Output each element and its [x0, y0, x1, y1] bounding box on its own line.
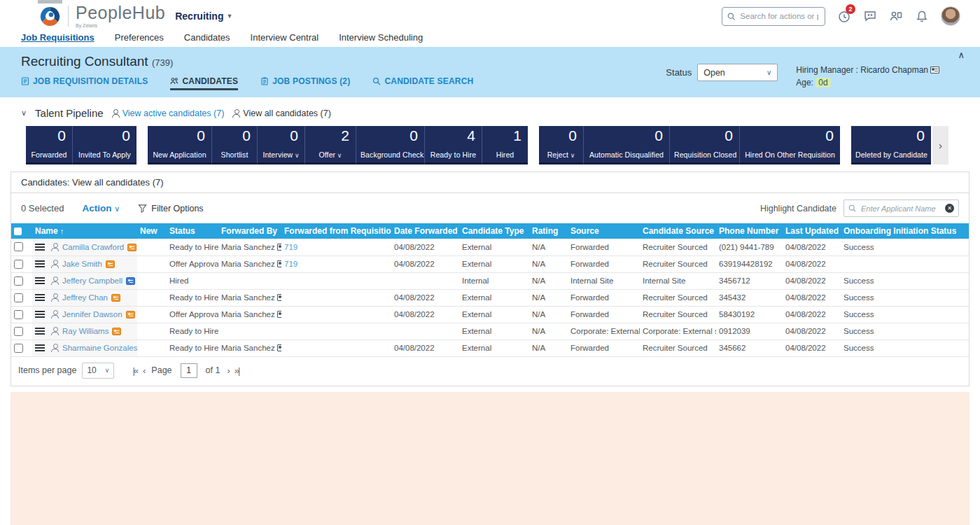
pipeline-stage-hired-on-other-requisition[interactable]: 0Hired On Other Requisition [740, 126, 840, 164]
cell-select[interactable] [11, 323, 32, 340]
candidate-card-icon[interactable] [126, 277, 135, 285]
pipeline-stage-reject[interactable]: 0Reject ∨ [539, 126, 584, 164]
action-menu-button[interactable]: Action ∨ [82, 203, 120, 214]
requisition-link[interactable]: 719 [284, 260, 298, 268]
previous-page-icon[interactable]: ‹ [143, 365, 144, 376]
status-select[interactable]: Open ∨ [697, 64, 778, 81]
view-active-candidates-link[interactable]: View active candidates (7) [112, 108, 225, 118]
highlight-candidate-search[interactable]: ✕ [844, 200, 959, 217]
nav-item-job-requisitions[interactable]: Job Requisitions [21, 32, 94, 43]
column-header-name[interactable]: Name ↑ [32, 223, 137, 239]
candidate-name-link[interactable]: Jake Smith [62, 260, 102, 268]
column-header-phone-number[interactable]: Phone Number [716, 223, 783, 239]
row-checkbox[interactable] [14, 276, 23, 286]
cell-select[interactable] [11, 306, 32, 323]
row-menu-icon[interactable] [35, 311, 45, 318]
candidate-card-icon[interactable] [111, 294, 120, 302]
row-menu-icon[interactable] [35, 244, 45, 251]
highlight-candidate-input[interactable] [860, 204, 941, 214]
row-checkbox[interactable] [14, 293, 23, 302]
pipeline-stage-invited-to-apply[interactable]: 0Invited To Apply [73, 126, 136, 164]
nav-item-interview-scheduling[interactable]: Interview Scheduling [339, 32, 423, 43]
column-header-last-updated[interactable]: Last Updated [783, 223, 841, 239]
pipeline-stage-forwarded[interactable]: 0Forwarded [26, 126, 73, 164]
candidate-name-link[interactable]: Sharmaine Gonzales [62, 344, 137, 352]
row-checkbox[interactable] [14, 260, 23, 269]
row-menu-icon[interactable] [35, 344, 45, 351]
row-checkbox[interactable] [14, 344, 23, 353]
cell-select[interactable] [11, 255, 32, 272]
select-all-checkbox[interactable] [14, 227, 22, 235]
global-search[interactable] [722, 7, 825, 26]
contact-card-icon[interactable] [930, 66, 939, 74]
contact-card-icon[interactable] [277, 294, 281, 301]
contact-card-icon[interactable] [277, 260, 281, 267]
nav-item-preferences[interactable]: Preferences [115, 32, 164, 43]
row-menu-icon[interactable] [35, 328, 45, 335]
pipeline-stage-new-application[interactable]: 0New Application [148, 126, 212, 164]
filter-options-button[interactable]: Filter Options [138, 204, 203, 214]
column-header-candidate-type[interactable]: Candidate Type [459, 223, 529, 239]
candidate-card-icon[interactable] [126, 311, 135, 318]
column-header-forwarded-from-requisition[interactable]: Forwarded from Requisition [281, 223, 391, 239]
column-header-forwarded-by[interactable]: Forwarded By [218, 223, 281, 239]
column-header-candidate-source[interactable]: Candidate Source [640, 223, 716, 239]
row-menu-icon[interactable] [35, 277, 45, 284]
pipeline-scroll-right-icon[interactable]: › [932, 126, 948, 164]
select-all-header[interactable] [11, 223, 32, 239]
tab-job-postings-2[interactable]: JOB POSTINGS (2) [260, 76, 350, 90]
people-directory-icon[interactable] [889, 9, 903, 23]
candidate-card-icon[interactable] [106, 260, 115, 268]
todo-clock-icon[interactable]: 2 [837, 9, 851, 23]
candidate-name-link[interactable]: Camilla Crawford [62, 243, 124, 251]
pipeline-stage-deleted-by-candidate[interactable]: 0Deleted by Candidate [851, 126, 931, 164]
column-header-new[interactable]: New [137, 223, 167, 239]
contact-card-icon[interactable] [277, 344, 281, 351]
column-header-onboarding-initiation-status[interactable]: Onboarding Initiation Status [841, 223, 969, 239]
column-header-status[interactable]: Status [167, 223, 218, 239]
cell-select[interactable] [11, 340, 32, 356]
row-menu-icon[interactable] [35, 260, 45, 267]
page-number-input[interactable] [181, 363, 197, 378]
pipeline-stage-interview[interactable]: 0Interview ∨ [258, 126, 305, 164]
candidate-card-icon[interactable] [112, 328, 121, 335]
pipeline-stage-shortlist[interactable]: 0Shortlist [212, 126, 258, 164]
row-menu-icon[interactable] [35, 294, 45, 301]
collapse-banner-icon[interactable]: ∧ [958, 50, 965, 60]
contact-card-icon[interactable] [277, 311, 281, 318]
pipeline-stage-background-check[interactable]: 0Background Check [356, 126, 425, 164]
requisition-link[interactable]: 719 [284, 243, 298, 251]
clear-icon[interactable]: ✕ [945, 204, 954, 213]
chevron-down-icon[interactable]: ∨ [21, 108, 27, 118]
user-avatar[interactable] [941, 6, 960, 26]
candidate-name-link[interactable]: Jeffrey Chan [62, 293, 108, 302]
next-page-icon[interactable]: › [227, 365, 228, 376]
candidate-name-link[interactable]: Ray Williams [62, 327, 108, 335]
cell-select[interactable] [11, 289, 32, 306]
row-checkbox[interactable] [14, 327, 23, 336]
pipeline-stage-requisition-closed[interactable]: 0Requisition Closed [670, 126, 740, 164]
pipeline-stage-offer[interactable]: 2Offer ∨ [305, 126, 356, 164]
first-page-icon[interactable]: |« [132, 365, 137, 376]
column-header-rating[interactable]: Rating [529, 223, 568, 239]
items-per-page-select[interactable]: 10 ∨ [82, 363, 114, 379]
column-header-source[interactable]: Source [568, 223, 640, 239]
pipeline-stage-hired[interactable]: 1Hired [482, 126, 528, 164]
cell-select[interactable] [11, 272, 32, 289]
nav-item-candidates[interactable]: Candidates [184, 32, 230, 43]
bell-icon[interactable] [915, 9, 929, 23]
tab-candidates[interactable]: CANDIDATES [170, 76, 238, 90]
nav-item-interview-central[interactable]: Interview Central [251, 32, 319, 43]
candidate-name-link[interactable]: Jennifer Dawson [62, 310, 122, 318]
pipeline-stage-automatic-disqualified[interactable]: 0Automatic Disqualified [584, 126, 670, 164]
column-header-date-forwarded[interactable]: Date Forwarded [391, 223, 459, 239]
pipeline-stage-ready-to-hire[interactable]: 4Ready to Hire [425, 126, 482, 164]
row-checkbox[interactable] [14, 310, 23, 319]
feedback-chat-icon[interactable] [863, 9, 877, 23]
contact-card-icon[interactable] [277, 244, 281, 251]
app-logo[interactable]: PeopleHub By Zelaris [39, 4, 165, 28]
module-switcher[interactable]: Recruiting ▼ [175, 10, 232, 22]
view-all-candidates-link[interactable]: View all candidates (7) [232, 108, 331, 118]
cell-select[interactable] [11, 239, 32, 255]
global-search-input[interactable] [738, 11, 820, 21]
